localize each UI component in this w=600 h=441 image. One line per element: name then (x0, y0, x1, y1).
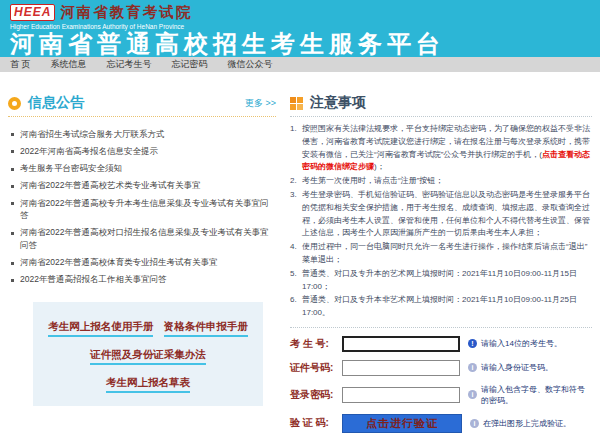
candidate-id-input[interactable] (342, 336, 460, 352)
announcement-link[interactable]: 考生服务平台密码安全须知 (8, 160, 276, 177)
squares-icon (290, 97, 303, 110)
org-name-english: Higher Education Examinations Authority … (10, 23, 600, 30)
manual-link-registration-guide[interactable]: 考生网上报名使用手册 (48, 320, 153, 337)
notice-item: 5.普通类、对口及专升本的艺术网上填报时间：2021年11月10日09:00-1… (290, 268, 592, 294)
candidate-id-hint: !请输入14位的考生号。 (468, 338, 562, 349)
nav-bar: 首 页 系统信息 忘记考生号 忘记密码 微信公众号 (0, 57, 600, 72)
nav-item-wechat[interactable]: 微信公众号 (228, 58, 273, 71)
announcement-link[interactable]: 2022年普通高招报名工作相关事宜问答 (8, 271, 276, 288)
manual-link-id-photo-guide[interactable]: 证件照及身份证采集办法 (90, 348, 206, 365)
announcements-panel: 信息公告 更多 >> 河南省招生考试综合服务大厅联系方式 2022年河南省高考报… (8, 94, 282, 441)
info-icon: i (470, 419, 479, 428)
manuals-box: 考生网上报名使用手册 资格条件申报手册 证件照及身份证采集办法 考生网上报名草表 (33, 302, 263, 406)
more-link[interactable]: 更多 >> (245, 97, 276, 110)
org-name: 河南省教育考试院 (60, 3, 192, 22)
manual-row: 考生网上报名草表 (41, 372, 255, 393)
id-number-label: 证件号码: (290, 361, 342, 375)
circle-icon (8, 97, 21, 110)
password-label: 登录密码: (290, 388, 342, 402)
announcements-header: 信息公告 更多 >> (8, 94, 276, 117)
nav-item-home[interactable]: 首 页 (10, 58, 31, 71)
announcement-link[interactable]: 河南省2022年普通高校体育类专业招生考试有关事宜 (8, 254, 276, 271)
captcha-label: 验 证 码: (290, 416, 342, 430)
announcement-link[interactable]: 河南省2022年普通高校对口招生报名信息采集及专业考试有关事宜问答 (8, 224, 276, 254)
announcements-title: 信息公告 (28, 94, 84, 112)
announcement-link[interactable]: 河南省招生考试综合服务大厅联系方式 (8, 125, 276, 142)
password-row: 登录密码: i请输入包含字母、数字和符号的密码。 (290, 384, 592, 406)
nav-item-system-info[interactable]: 系统信息 (51, 58, 87, 71)
id-number-row: 证件号码: i请输入身份证号码。 (290, 360, 592, 376)
password-input[interactable] (342, 387, 460, 403)
captcha-row: 验 证 码: 点击进行验证 i在弹出图形上完成验证。 (290, 414, 592, 433)
notice-item: 3.考生登录密码、手机短信验证码、密码验证信息以及动态密码是考生登录服务平台的凭… (290, 189, 592, 240)
announcements-list: 河南省招生考试综合服务大厅联系方式 2022年河南省高考报名信息安全提示 考生服… (8, 125, 276, 288)
nav-item-forgot-password[interactable]: 忘记密码 (172, 58, 208, 71)
nav-item-forgot-candidate-id[interactable]: 忘记考生号 (107, 58, 152, 71)
manual-row: 证件照及身份证采集办法 (41, 344, 255, 365)
notices-header: 注意事项 (290, 94, 592, 117)
announcement-link[interactable]: 2022年河南省高考报名信息安全提示 (8, 142, 276, 159)
page: HEEA 河南省教育考试院 Higher Education Examinati… (0, 0, 600, 441)
notice-item: 1.按照国家有关法律法规要求，平台支持绑定动态密码，为了确保您的权益不受非法侵害… (290, 123, 592, 174)
password-hint: i请输入包含字母、数字和符号的密码。 (468, 384, 592, 406)
id-number-hint: i请输入身份证号码。 (468, 362, 553, 373)
main-content: 信息公告 更多 >> 河南省招生考试综合服务大厅联系方式 2022年河南省高考报… (0, 72, 600, 441)
notices-title: 注意事项 (310, 94, 366, 112)
notice-item: 4.使用过程中，同一台电脑同时只允许一名考生进行操作，操作结束后请点击“退出”菜… (290, 241, 592, 267)
login-form: 考 生 号: !请输入14位的考生号。 证件号码: i请输入身份证号码。 登录密… (290, 336, 592, 441)
notice-item: 2.考生第一次使用时，请点击“注册”按钮； (290, 175, 592, 188)
site-title: 河南省普通高校招生考生服务平台 (10, 30, 600, 58)
candidate-id-row: 考 生 号: !请输入14位的考生号。 (290, 336, 592, 352)
manual-link-qualification-guide[interactable]: 资格条件申报手册 (164, 320, 248, 337)
notices-panel: 注意事项 1.按照国家有关法律法规要求，平台支持绑定动态密码，为了确保您的权益不… (282, 94, 592, 441)
alert-icon: ! (468, 339, 477, 348)
captcha-verify-button[interactable]: 点击进行验证 (342, 414, 462, 433)
manual-row: 考生网上报名使用手册 资格条件申报手册 (41, 316, 255, 337)
notices-list: 1.按照国家有关法律法规要求，平台支持绑定动态密码，为了确保您的权益不受非法侵害… (290, 123, 592, 328)
announcement-link[interactable]: 河南省2022年普通高校专升本考生信息采集及专业考试有关事宜问答 (8, 194, 276, 224)
captcha-hint: i在弹出图形上完成验证。 (470, 418, 571, 429)
notice-item: 6.普通类、对口及专升本非艺术网上填报时间：2021年11月10日09:00-1… (290, 294, 592, 320)
announcement-link[interactable]: 河南省2022年普通高校艺术类专业考试有关事宜 (8, 177, 276, 194)
heea-logo: HEEA (10, 4, 55, 21)
manual-link-draft-form[interactable]: 考生网上报名草表 (106, 376, 190, 393)
candidate-id-label: 考 生 号: (290, 337, 342, 351)
info-icon: i (468, 390, 477, 399)
logo-row: HEEA 河南省教育考试院 (10, 3, 600, 22)
id-number-input[interactable] (342, 360, 460, 376)
header-banner: HEEA 河南省教育考试院 Higher Education Examinati… (0, 0, 600, 57)
info-icon: i (468, 363, 477, 372)
